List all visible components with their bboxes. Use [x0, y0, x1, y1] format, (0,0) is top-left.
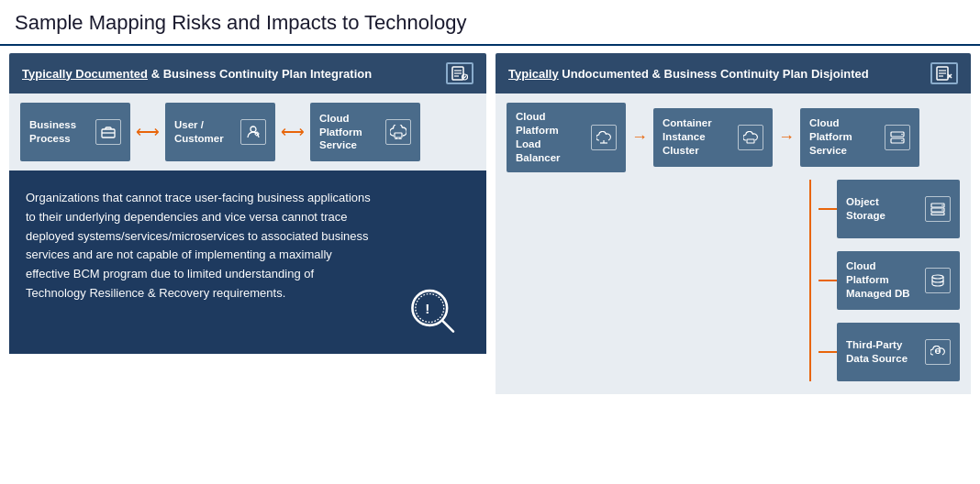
svg-line-6 [464, 76, 466, 79]
flow-box-user-customer: User / Customer [165, 103, 275, 161]
right-header-prefix: Typically [508, 67, 559, 81]
svg-rect-38 [931, 213, 944, 215]
flow-box-label: Cloud Platform Load Balancer [516, 110, 585, 165]
svg-text:!: ! [425, 301, 429, 316]
right-branch-area: Object Storage [496, 176, 971, 394]
server-icon [885, 125, 910, 150]
document-check-icon [446, 62, 473, 84]
flow-box-third-party: Third-Party Data Source [837, 323, 960, 381]
page-title: Sample Mapping Risks and Impacts to Tech… [0, 0, 980, 46]
vertical-connector-line [809, 180, 811, 381]
branch-row-managed-db: Cloud Platform Managed DB [819, 251, 960, 310]
main-content: Typically Documented & Business Continui… [0, 46, 980, 482]
document-x-icon [930, 62, 958, 84]
cloud-icon [385, 119, 411, 145]
branch-items-container: Object Storage [819, 180, 960, 381]
svg-point-41 [932, 275, 943, 279]
left-panel: Typically Documented & Business Continui… [9, 53, 486, 475]
left-header-text: Typically Documented & Business Continui… [22, 67, 372, 81]
svg-line-20 [442, 321, 453, 332]
h-connector-1 [819, 208, 837, 210]
flow-box-label: Cloud Platform Service [809, 116, 879, 158]
right-panel-header: Typically Undocumented & Business Contin… [496, 53, 971, 94]
flow-box-label: Container Instance Cluster [663, 116, 732, 158]
left-header-prefix: Typically Documented [22, 67, 148, 81]
right-top-flow: Cloud Platform Load Balancer → Container… [496, 94, 971, 176]
left-header-suffix: & Business Continuity Plan Integration [148, 67, 372, 81]
flow-box-label: Cloud Platform Managed DB [846, 259, 919, 301]
h-connector-3 [819, 351, 837, 353]
flow-box-managed-db: Cloud Platform Managed DB [837, 251, 960, 310]
flow-box-load-balancer: Cloud Platform Load Balancer [507, 103, 626, 172]
svg-rect-15 [395, 133, 402, 138]
right-header-text: Typically Undocumented & Business Contin… [508, 67, 869, 81]
user-gear-icon [240, 119, 266, 145]
svg-point-40 [941, 209, 943, 211]
flow-box-label: Business Process [29, 118, 90, 146]
flow-box-cloud-platform: Cloud Platform Service [310, 103, 420, 161]
right-panel: Typically Undocumented & Business Contin… [496, 53, 971, 475]
left-panel-header: Typically Documented & Business Continui… [9, 53, 486, 94]
svg-rect-31 [747, 139, 754, 143]
branch-row-object-storage: Object Storage [819, 180, 960, 238]
storage-icon [925, 196, 951, 222]
flow-box-container-cluster: Container Instance Cluster [653, 108, 773, 167]
left-body: Organizations that cannot trace user-fac… [9, 170, 486, 354]
svg-point-9 [251, 126, 256, 132]
flow-box-cloud-service-right: Cloud Platform Service [800, 108, 919, 167]
container-icon [738, 125, 763, 150]
magnify-warning-icon: ! [404, 286, 459, 341]
cloud-lb-icon [591, 125, 617, 150]
left-arrow-2: ⟷ [275, 122, 310, 142]
flow-box-label: Third-Party Data Source [846, 338, 919, 366]
left-flow-row: Business Process ⟷ User / Customer [9, 94, 486, 170]
spacer [507, 180, 819, 381]
flow-box-business-process: Business Process [20, 103, 130, 161]
right-arrow-1: → [626, 127, 653, 147]
db-icon [925, 268, 951, 293]
left-arrow-1: ⟷ [130, 122, 165, 142]
third-party-icon [925, 339, 951, 365]
page-container: Sample Mapping Risks and Impacts to Tech… [0, 0, 980, 482]
svg-point-39 [941, 204, 943, 206]
branch-row-third-party: Third-Party Data Source [819, 323, 960, 381]
flow-box-label: User / Customer [174, 118, 235, 146]
flow-box-label: Cloud Platform Service [319, 112, 380, 153]
right-arrow-2: → [773, 127, 800, 147]
svg-point-35 [901, 140, 903, 142]
flow-box-label: Object Storage [846, 195, 919, 223]
flow-box-object-storage: Object Storage [837, 180, 960, 238]
right-header-suffix: Undocumented & Business Continuity Plan … [559, 67, 869, 81]
briefcase-icon [95, 119, 121, 145]
left-body-text: Organizations that cannot trace user-fac… [26, 189, 374, 303]
h-connector-2 [819, 280, 837, 281]
svg-point-34 [901, 134, 903, 136]
